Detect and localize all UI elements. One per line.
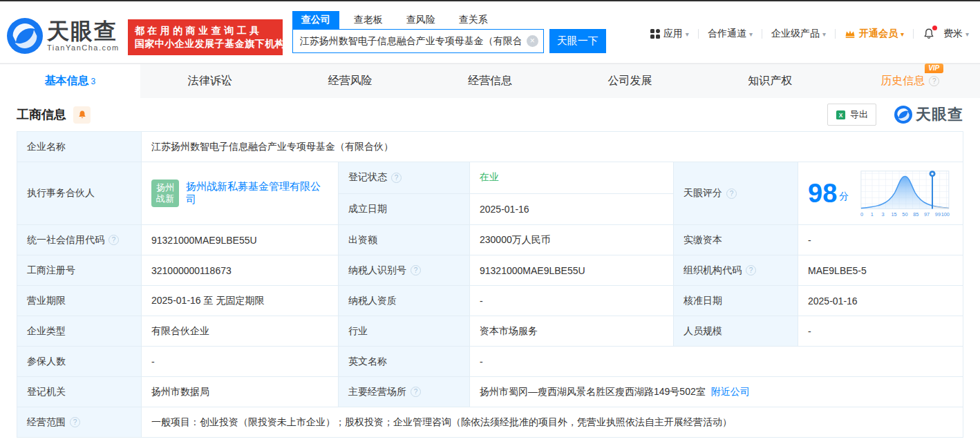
notifications-bell[interactable] — [923, 28, 935, 40]
watermark-text: 天眼查 — [916, 104, 963, 125]
tab-company-development[interactable]: 公司发展 — [560, 64, 700, 98]
tianyancha-watermark: 天眼查 — [894, 104, 963, 125]
tab-history-info[interactable]: 历史信息 ? VIP — [840, 64, 980, 98]
tab-legal-proceedings[interactable]: 法律诉讼 — [140, 64, 281, 98]
biz-term-label: 营业期限 — [17, 286, 142, 316]
reg-no-value: 321000000118673 — [142, 255, 339, 286]
apps-grid-icon — [650, 29, 660, 39]
table-row: 工商注册号 321000000118673 纳税人识别号? 91321000MA… — [17, 255, 963, 286]
nav-enterprise-product[interactable]: 企业级产品 ▾ — [771, 28, 826, 40]
partner-entry: 扬州 战新 扬州战新私募基金管理有限公司 — [151, 180, 328, 207]
nav-apps-label: 应用 — [663, 28, 683, 40]
executive-partner-label: 执行事务合伙人 — [17, 162, 142, 225]
company-name-value: 江苏扬州数智电子信息融合产业专项母基金（有限合伙） — [142, 132, 963, 162]
export-button[interactable]: X 导出 — [827, 104, 876, 126]
address-value: 扬州市蜀冈—瘦西湖风景名胜区瘦西湖路149号502室附近公司 — [470, 377, 963, 407]
nav-user-menu[interactable]: 费米 ▾ — [943, 28, 969, 40]
english-name-label: 英文名称 — [339, 347, 470, 377]
business-info-header: 工商信息 X 导出 天眼查 — [0, 98, 980, 131]
nav-enterprise-label: 企业级产品 — [771, 28, 820, 40]
score-label: 天眼评分? — [674, 162, 798, 225]
search-tab-company[interactable]: 查公司 — [292, 11, 339, 29]
svg-text:0: 0 — [860, 211, 863, 217]
tab-risk-label: 经营风险 — [328, 74, 372, 88]
capital-value: 230000万人民币 — [470, 225, 674, 255]
business-info-table: 企业名称 江苏扬州数智电子信息融合产业专项母基金（有限合伙） 执行事务合伙人 扬… — [17, 131, 963, 438]
staff-size-value: - — [798, 316, 963, 347]
chevron-down-icon: ▾ — [965, 30, 969, 38]
search-tab-risk[interactable]: 查风险 — [397, 11, 444, 29]
nav-separator — [913, 29, 914, 39]
address-label: 主要经营场所? — [339, 377, 470, 407]
table-row: 参保人数 - 英文名称 - — [17, 347, 963, 377]
table-row: 企业名称 江苏扬州数智电子信息融合产业专项母基金（有限合伙） — [17, 132, 963, 162]
tax-qual-label: 纳税人资质 — [339, 286, 470, 316]
scope-label-text: 经营范围 — [27, 416, 66, 429]
org-code-value: MAE9LBE5-5 — [798, 255, 963, 286]
nav-apps[interactable]: 应用 ▾ — [650, 28, 689, 40]
help-icon[interactable]: ? — [929, 76, 939, 86]
tab-operation-label: 经营信息 — [468, 74, 512, 88]
vip-badge: VIP — [925, 64, 943, 73]
section-title: 工商信息 — [17, 106, 66, 123]
search-tab-relation[interactable]: 查关系 — [450, 11, 497, 29]
paid-in-value: - — [798, 225, 963, 255]
tab-history-wrap: 历史信息 ? VIP — [880, 74, 939, 88]
tab-history-label: 历史信息 — [880, 74, 925, 88]
score-distribution-chart: 0 1 3 15 50 85 97 99 100 — [858, 166, 953, 220]
english-name-value: - — [470, 347, 963, 377]
svg-text:X: X — [839, 111, 843, 118]
insured-count-label: 参保人数 — [17, 347, 142, 377]
export-label: 导出 — [850, 108, 868, 121]
establish-date-label: 成立日期 — [339, 193, 470, 225]
tianyancha-logo[interactable]: 天眼查 TianYanCha.com — [7, 18, 120, 54]
scope-label: 经营范围? — [17, 407, 142, 438]
avatar-line2: 战新 — [156, 193, 174, 204]
uscc-label-text: 统一社会信用代码 — [27, 234, 104, 246]
svg-text:100: 100 — [941, 211, 950, 217]
help-icon[interactable]: ? — [726, 188, 737, 199]
reg-status-label: 登记状态? — [339, 162, 470, 194]
clear-input-icon[interactable]: × — [527, 35, 538, 47]
search-row: × 天眼一下 — [292, 29, 606, 53]
nearby-companies-link[interactable]: 附近公司 — [711, 386, 750, 397]
tab-basic-info[interactable]: 基本信息 3 — [0, 64, 140, 98]
svg-text:85: 85 — [913, 211, 918, 217]
help-icon[interactable]: ? — [109, 235, 119, 245]
search-block: 查公司 查老板 查风险 查关系 × 天眼一下 — [292, 10, 606, 53]
tab-intellectual-property[interactable]: 知识产权 — [700, 64, 840, 98]
address-label-text: 主要经营场所 — [348, 386, 406, 398]
table-row: 执行事务合伙人 扬州 战新 扬州战新私募基金管理有限公司 登记状态? 在业 天眼… — [17, 162, 963, 194]
tab-ip-label: 知识产权 — [748, 74, 792, 88]
status-active-link[interactable]: 在业 — [480, 171, 499, 182]
nav-open-vip[interactable]: 开通会员 ▾ — [845, 28, 904, 40]
insured-count-value: - — [142, 347, 339, 377]
svg-text:15: 15 — [892, 211, 897, 217]
approve-date-label: 核准日期 — [674, 286, 798, 316]
chevron-down-icon: ▾ — [749, 30, 753, 38]
partner-avatar: 扬州 战新 — [151, 180, 179, 207]
help-icon[interactable]: ? — [391, 173, 402, 183]
help-icon[interactable]: ? — [411, 265, 421, 275]
executive-partner-cell: 扬州 战新 扬州战新私募基金管理有限公司 — [142, 162, 339, 225]
establish-date-value: 2025-01-16 — [470, 193, 674, 225]
help-icon[interactable]: ? — [411, 387, 421, 397]
tab-operation-risk[interactable]: 经营风险 — [280, 64, 420, 98]
monitor-bell-button[interactable] — [73, 106, 91, 124]
search-button[interactable]: 天眼一下 — [549, 29, 606, 53]
tab-operation-info[interactable]: 经营信息 — [420, 64, 560, 98]
logo-domain: TianYanCha.com — [47, 43, 120, 52]
partner-company-link[interactable]: 扬州战新私募基金管理有限公司 — [186, 180, 328, 206]
nav-partner-channel[interactable]: 合作通道 ▾ — [708, 28, 753, 40]
approve-date-value: 2025-01-16 — [798, 286, 963, 316]
tax-id-value: 91321000MAE9LBE55U — [470, 255, 674, 286]
search-tab-boss[interactable]: 查老板 — [345, 11, 392, 29]
search-input[interactable] — [292, 29, 544, 53]
slogan-banner: 都在用的商业查询工具 国家中小企业发展子基金旗下机构 — [128, 19, 283, 55]
chevron-down-icon: ▾ — [686, 30, 689, 38]
help-icon[interactable]: ? — [70, 417, 80, 427]
uscc-value: 91321000MAE9LBE55U — [142, 225, 339, 255]
score-label-text: 天眼评分 — [684, 187, 722, 200]
nav-vip-label: 开通会员 — [859, 28, 898, 40]
help-icon[interactable]: ? — [746, 265, 756, 275]
